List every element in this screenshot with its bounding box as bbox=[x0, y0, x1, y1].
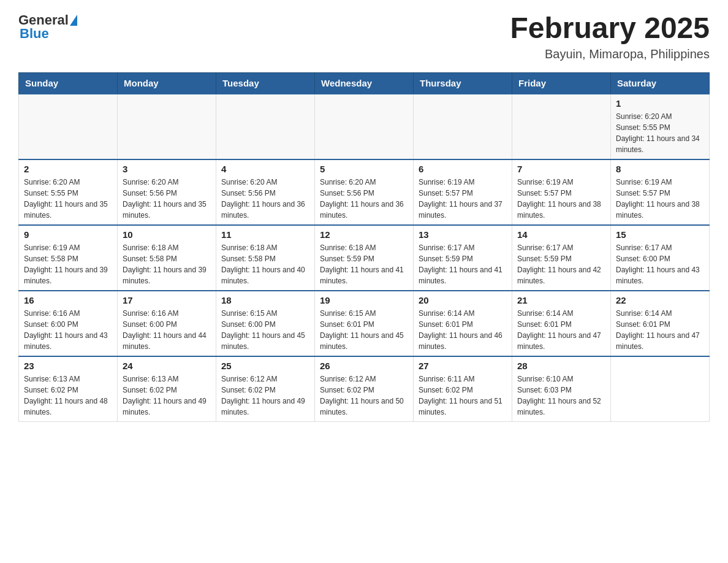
calendar-cell: 23Sunrise: 6:13 AMSunset: 6:02 PMDayligh… bbox=[19, 356, 118, 422]
calendar-cell: 18Sunrise: 6:15 AMSunset: 6:00 PMDayligh… bbox=[216, 291, 315, 356]
day-number: 25 bbox=[221, 361, 309, 371]
day-number: 19 bbox=[320, 295, 408, 305]
calendar-cell: 14Sunrise: 6:17 AMSunset: 5:59 PMDayligh… bbox=[512, 225, 611, 291]
col-saturday: Saturday bbox=[611, 72, 710, 94]
calendar-cell: 25Sunrise: 6:12 AMSunset: 6:02 PMDayligh… bbox=[216, 356, 315, 422]
day-info: Sunrise: 6:13 AMSunset: 6:02 PMDaylight:… bbox=[123, 373, 211, 418]
calendar-week-row: 9Sunrise: 6:19 AMSunset: 5:58 PMDaylight… bbox=[19, 225, 710, 291]
col-monday: Monday bbox=[118, 72, 216, 94]
calendar-cell: 11Sunrise: 6:18 AMSunset: 5:58 PMDayligh… bbox=[216, 225, 315, 291]
day-number: 10 bbox=[123, 229, 211, 240]
day-info: Sunrise: 6:16 AMSunset: 6:00 PMDaylight:… bbox=[24, 308, 112, 352]
day-info: Sunrise: 6:18 AMSunset: 5:58 PMDaylight:… bbox=[221, 242, 309, 286]
day-number: 24 bbox=[123, 361, 211, 371]
logo-triangle-icon bbox=[70, 15, 77, 26]
calendar-cell: 10Sunrise: 6:18 AMSunset: 5:58 PMDayligh… bbox=[118, 225, 216, 291]
calendar-cell: 19Sunrise: 6:15 AMSunset: 6:01 PMDayligh… bbox=[315, 291, 414, 356]
days-of-week-row: Sunday Monday Tuesday Wednesday Thursday… bbox=[19, 72, 710, 94]
day-info: Sunrise: 6:14 AMSunset: 6:01 PMDaylight:… bbox=[419, 308, 507, 352]
calendar-cell bbox=[19, 94, 118, 159]
calendar-week-row: 1Sunrise: 6:20 AMSunset: 5:55 PMDaylight… bbox=[19, 94, 710, 159]
calendar-cell: 22Sunrise: 6:14 AMSunset: 6:01 PMDayligh… bbox=[611, 291, 710, 356]
calendar-cell: 26Sunrise: 6:12 AMSunset: 6:02 PMDayligh… bbox=[315, 356, 414, 422]
calendar-cell: 6Sunrise: 6:19 AMSunset: 5:57 PMDaylight… bbox=[414, 159, 512, 225]
day-number: 28 bbox=[517, 361, 605, 371]
calendar-cell: 16Sunrise: 6:16 AMSunset: 6:00 PMDayligh… bbox=[19, 291, 118, 356]
calendar-subtitle: Bayuin, Mimaropa, Philippines bbox=[510, 47, 710, 61]
day-info: Sunrise: 6:19 AMSunset: 5:57 PMDaylight:… bbox=[419, 177, 507, 221]
calendar-cell: 13Sunrise: 6:17 AMSunset: 5:59 PMDayligh… bbox=[414, 225, 512, 291]
calendar-cell bbox=[414, 94, 512, 159]
day-info: Sunrise: 6:18 AMSunset: 5:59 PMDaylight:… bbox=[320, 242, 408, 286]
calendar-cell: 21Sunrise: 6:14 AMSunset: 6:01 PMDayligh… bbox=[512, 291, 611, 356]
day-info: Sunrise: 6:19 AMSunset: 5:57 PMDaylight:… bbox=[517, 177, 605, 221]
day-number: 11 bbox=[221, 229, 309, 240]
day-info: Sunrise: 6:20 AMSunset: 5:56 PMDaylight:… bbox=[221, 177, 309, 221]
day-info: Sunrise: 6:13 AMSunset: 6:02 PMDaylight:… bbox=[24, 373, 112, 418]
calendar-cell: 24Sunrise: 6:13 AMSunset: 6:02 PMDayligh… bbox=[118, 356, 216, 422]
day-number: 22 bbox=[616, 295, 704, 305]
calendar-cell: 17Sunrise: 6:16 AMSunset: 6:00 PMDayligh… bbox=[118, 291, 216, 356]
day-number: 18 bbox=[221, 295, 309, 305]
day-number: 4 bbox=[221, 164, 309, 174]
calendar-cell: 12Sunrise: 6:18 AMSunset: 5:59 PMDayligh… bbox=[315, 225, 414, 291]
day-info: Sunrise: 6:14 AMSunset: 6:01 PMDaylight:… bbox=[517, 308, 605, 352]
day-number: 2 bbox=[24, 164, 112, 174]
calendar-cell: 20Sunrise: 6:14 AMSunset: 6:01 PMDayligh… bbox=[414, 291, 512, 356]
day-info: Sunrise: 6:15 AMSunset: 6:00 PMDaylight:… bbox=[221, 308, 309, 352]
day-number: 6 bbox=[419, 164, 507, 174]
day-info: Sunrise: 6:19 AMSunset: 5:58 PMDaylight:… bbox=[24, 242, 112, 286]
calendar-body: 1Sunrise: 6:20 AMSunset: 5:55 PMDaylight… bbox=[19, 94, 710, 422]
col-friday: Friday bbox=[512, 72, 611, 94]
day-number: 23 bbox=[24, 361, 112, 371]
day-number: 14 bbox=[517, 229, 605, 240]
calendar-week-row: 2Sunrise: 6:20 AMSunset: 5:55 PMDaylight… bbox=[19, 159, 710, 225]
calendar-cell bbox=[118, 94, 216, 159]
day-number: 7 bbox=[517, 164, 605, 174]
calendar-cell: 9Sunrise: 6:19 AMSunset: 5:58 PMDaylight… bbox=[19, 225, 118, 291]
day-info: Sunrise: 6:17 AMSunset: 5:59 PMDaylight:… bbox=[419, 242, 507, 286]
calendar-cell: 1Sunrise: 6:20 AMSunset: 5:55 PMDaylight… bbox=[611, 94, 710, 159]
day-info: Sunrise: 6:16 AMSunset: 6:00 PMDaylight:… bbox=[123, 308, 211, 352]
day-number: 16 bbox=[24, 295, 112, 305]
calendar-cell: 28Sunrise: 6:10 AMSunset: 6:03 PMDayligh… bbox=[512, 356, 611, 422]
day-info: Sunrise: 6:12 AMSunset: 6:02 PMDaylight:… bbox=[221, 373, 309, 418]
calendar-cell: 27Sunrise: 6:11 AMSunset: 6:02 PMDayligh… bbox=[414, 356, 512, 422]
day-number: 12 bbox=[320, 229, 408, 240]
calendar-week-row: 23Sunrise: 6:13 AMSunset: 6:02 PMDayligh… bbox=[19, 356, 710, 422]
day-number: 26 bbox=[320, 361, 408, 371]
day-info: Sunrise: 6:18 AMSunset: 5:58 PMDaylight:… bbox=[123, 242, 211, 286]
calendar-cell: 7Sunrise: 6:19 AMSunset: 5:57 PMDaylight… bbox=[512, 159, 611, 225]
day-number: 13 bbox=[419, 229, 507, 240]
day-info: Sunrise: 6:15 AMSunset: 6:01 PMDaylight:… bbox=[320, 308, 408, 352]
day-number: 21 bbox=[517, 295, 605, 305]
day-number: 15 bbox=[616, 229, 704, 240]
day-number: 1 bbox=[616, 98, 704, 109]
col-sunday: Sunday bbox=[19, 72, 118, 94]
day-info: Sunrise: 6:11 AMSunset: 6:02 PMDaylight:… bbox=[419, 373, 507, 418]
calendar-cell: 2Sunrise: 6:20 AMSunset: 5:55 PMDaylight… bbox=[19, 159, 118, 225]
calendar-cell bbox=[512, 94, 611, 159]
day-info: Sunrise: 6:17 AMSunset: 5:59 PMDaylight:… bbox=[517, 242, 605, 286]
day-info: Sunrise: 6:20 AMSunset: 5:56 PMDaylight:… bbox=[123, 177, 211, 221]
day-info: Sunrise: 6:10 AMSunset: 6:03 PMDaylight:… bbox=[517, 373, 605, 418]
logo-blue-text: Blue bbox=[18, 26, 49, 42]
day-info: Sunrise: 6:20 AMSunset: 5:55 PMDaylight:… bbox=[616, 111, 704, 155]
day-info: Sunrise: 6:17 AMSunset: 6:00 PMDaylight:… bbox=[616, 242, 704, 286]
col-tuesday: Tuesday bbox=[216, 72, 315, 94]
calendar-title: February 2025 bbox=[510, 12, 710, 45]
title-block: February 2025 Bayuin, Mimaropa, Philippi… bbox=[510, 12, 710, 61]
day-number: 20 bbox=[419, 295, 507, 305]
calendar-table: Sunday Monday Tuesday Wednesday Thursday… bbox=[18, 72, 710, 422]
day-info: Sunrise: 6:19 AMSunset: 5:57 PMDaylight:… bbox=[616, 177, 704, 221]
day-number: 8 bbox=[616, 164, 704, 174]
day-number: 5 bbox=[320, 164, 408, 174]
calendar-header: Sunday Monday Tuesday Wednesday Thursday… bbox=[19, 72, 710, 94]
day-number: 27 bbox=[419, 361, 507, 371]
day-number: 9 bbox=[24, 229, 112, 240]
calendar-cell: 3Sunrise: 6:20 AMSunset: 5:56 PMDaylight… bbox=[118, 159, 216, 225]
calendar-cell bbox=[611, 356, 710, 422]
day-number: 17 bbox=[123, 295, 211, 305]
calendar-cell: 15Sunrise: 6:17 AMSunset: 6:00 PMDayligh… bbox=[611, 225, 710, 291]
calendar-cell: 8Sunrise: 6:19 AMSunset: 5:57 PMDaylight… bbox=[611, 159, 710, 225]
